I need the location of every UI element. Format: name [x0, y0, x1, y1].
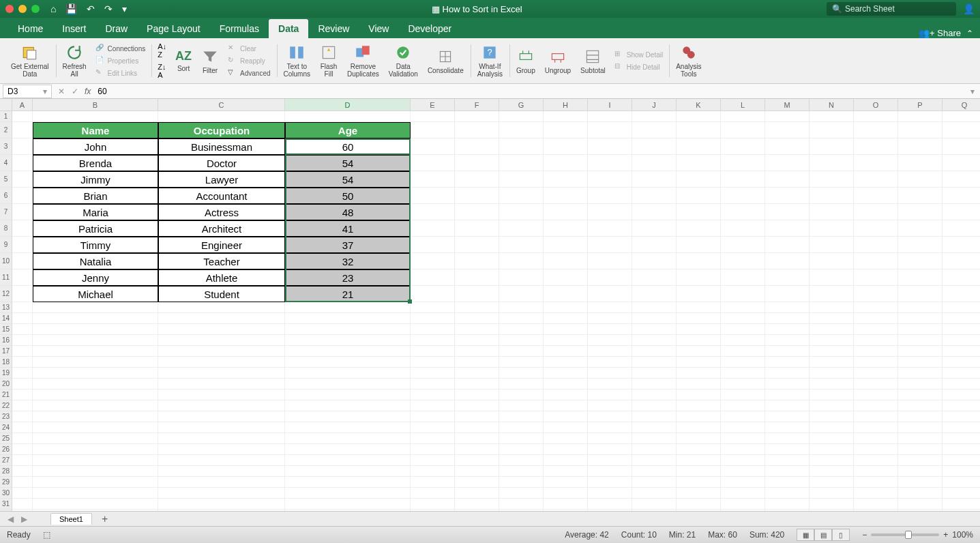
cell-K29[interactable]	[677, 477, 721, 488]
cell-G3[interactable]	[499, 138, 544, 155]
tab-insert[interactable]: Insert	[53, 19, 95, 38]
row-header-5[interactable]: 5	[0, 171, 12, 188]
cell-F30[interactable]	[455, 488, 499, 499]
cell-N26[interactable]	[810, 444, 854, 455]
cell-P18[interactable]	[898, 357, 942, 368]
row-header-20[interactable]: 20	[0, 379, 12, 390]
cell-F1[interactable]	[455, 111, 499, 122]
cell-J1[interactable]	[632, 111, 677, 122]
cell-P22[interactable]	[898, 400, 942, 411]
cell-E18[interactable]	[411, 357, 455, 368]
cell-K27[interactable]	[677, 455, 721, 466]
cell-G31[interactable]	[499, 499, 544, 510]
cell-L9[interactable]	[721, 237, 765, 253]
cell-Q27[interactable]	[942, 455, 980, 466]
cell-M23[interactable]	[765, 411, 810, 422]
cell-H24[interactable]	[544, 422, 588, 433]
cell-P2[interactable]	[898, 122, 942, 138]
cell-I16[interactable]	[588, 335, 632, 346]
cell-A8[interactable]	[12, 220, 33, 237]
cell-C6[interactable]: Accountant	[158, 188, 285, 204]
cell-N22[interactable]	[810, 400, 854, 411]
cell-H9[interactable]	[544, 237, 588, 253]
cell-P26[interactable]	[898, 444, 942, 455]
tab-developer[interactable]: Developer	[398, 19, 461, 38]
cell-Q8[interactable]	[942, 220, 980, 237]
cell-A3[interactable]	[12, 138, 33, 155]
cell-P17[interactable]	[898, 346, 942, 357]
properties-button[interactable]: 📄Properties	[93, 55, 148, 66]
cell-I2[interactable]	[588, 122, 632, 138]
cell-J14[interactable]	[632, 313, 677, 324]
cell-A14[interactable]	[12, 313, 33, 324]
cell-K5[interactable]	[677, 171, 721, 188]
cell-D21[interactable]	[285, 390, 411, 400]
cell-L12[interactable]	[721, 286, 765, 302]
cell-J23[interactable]	[632, 411, 677, 422]
cell-A30[interactable]	[12, 488, 33, 499]
cell-A4[interactable]	[12, 155, 33, 171]
cell-N30[interactable]	[810, 488, 854, 499]
cell-Q30[interactable]	[942, 488, 980, 499]
cell-F26[interactable]	[455, 444, 499, 455]
remove-duplicates-button[interactable]: Remove Duplicates	[344, 42, 382, 79]
cell-A32[interactable]	[12, 510, 33, 511]
cell-N18[interactable]	[810, 357, 854, 368]
row-header-14[interactable]: 14	[0, 313, 12, 324]
cell-L24[interactable]	[721, 422, 765, 433]
cell-D22[interactable]	[285, 400, 411, 411]
cell-Q9[interactable]	[942, 237, 980, 253]
cell-E3[interactable]	[411, 138, 455, 155]
cell-A27[interactable]	[12, 455, 33, 466]
row-header-6[interactable]: 6	[0, 188, 12, 204]
cell-E1[interactable]	[411, 111, 455, 122]
col-header-O[interactable]: O	[854, 99, 898, 111]
cell-N21[interactable]	[810, 390, 854, 400]
edit-links-button[interactable]: ✎Edit Links	[93, 68, 148, 78]
cell-G15[interactable]	[499, 324, 544, 335]
cell-B28[interactable]	[33, 466, 158, 477]
cell-Q23[interactable]	[942, 411, 980, 422]
zoom-slider[interactable]	[871, 533, 939, 536]
cell-O20[interactable]	[854, 379, 898, 390]
cell-A9[interactable]	[12, 237, 33, 253]
cell-D6[interactable]: 50	[285, 188, 411, 204]
normal-view-icon[interactable]: ▦	[797, 529, 814, 541]
row-header-17[interactable]: 17	[0, 346, 12, 357]
clear-button[interactable]: ✕Clear	[226, 43, 272, 54]
cell-O3[interactable]	[854, 138, 898, 155]
cell-E27[interactable]	[411, 455, 455, 466]
cell-L11[interactable]	[721, 269, 765, 286]
cell-O6[interactable]	[854, 188, 898, 204]
cell-N2[interactable]	[810, 122, 854, 138]
cell-F10[interactable]	[455, 253, 499, 269]
cell-H12[interactable]	[544, 286, 588, 302]
cell-E30[interactable]	[411, 488, 455, 499]
cell-J6[interactable]	[632, 188, 677, 204]
cell-A24[interactable]	[12, 422, 33, 433]
cell-B4[interactable]: Brenda	[33, 155, 158, 171]
cell-F6[interactable]	[455, 188, 499, 204]
tab-home[interactable]: Home	[8, 19, 53, 38]
cell-C29[interactable]	[158, 477, 285, 488]
cell-H29[interactable]	[544, 477, 588, 488]
cell-C12[interactable]: Student	[158, 286, 285, 302]
cell-N12[interactable]	[810, 286, 854, 302]
cell-A21[interactable]	[12, 390, 33, 400]
cell-J28[interactable]	[632, 466, 677, 477]
cell-A5[interactable]	[12, 171, 33, 188]
cell-C15[interactable]	[158, 324, 285, 335]
cell-G13[interactable]	[499, 302, 544, 313]
cell-E19[interactable]	[411, 368, 455, 379]
col-header-P[interactable]: P	[898, 99, 942, 111]
cell-E17[interactable]	[411, 346, 455, 357]
user-icon[interactable]: 👤	[963, 3, 975, 14]
cell-G25[interactable]	[499, 433, 544, 444]
row-header-25[interactable]: 25	[0, 433, 12, 444]
cell-F9[interactable]	[455, 237, 499, 253]
cell-K1[interactable]	[677, 111, 721, 122]
cell-E5[interactable]	[411, 171, 455, 188]
cell-P21[interactable]	[898, 390, 942, 400]
cell-F22[interactable]	[455, 400, 499, 411]
cell-K26[interactable]	[677, 444, 721, 455]
